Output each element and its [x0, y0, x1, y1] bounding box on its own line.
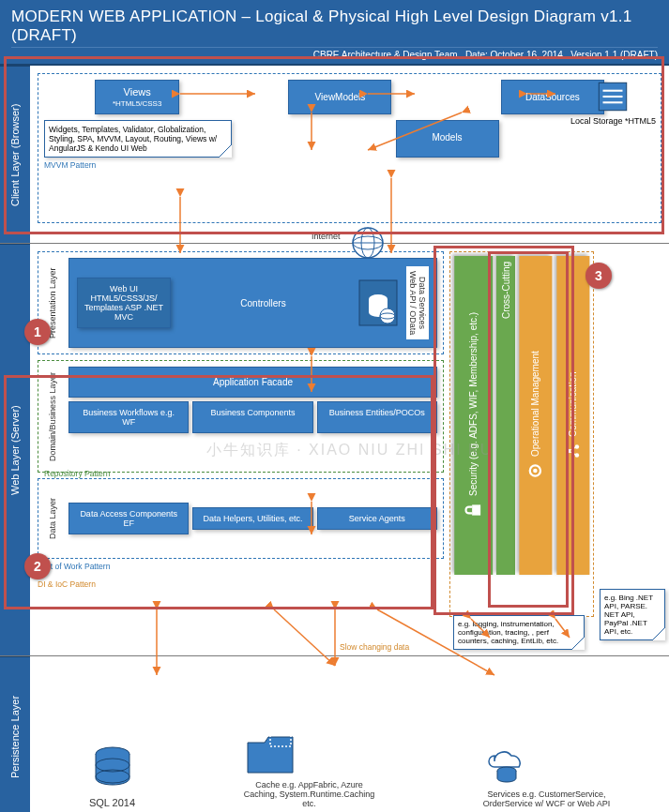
- facade-box: Application Facade: [68, 367, 437, 398]
- svg-rect-14: [473, 504, 481, 515]
- dac-box: Data Access Components EF: [68, 503, 189, 534]
- cc-title: Cross-Cutting: [496, 256, 515, 575]
- diagram-title: MODERN WEB APPLICATION – Logical & Physi…: [11, 8, 658, 45]
- cache-node: Cache e.g. AppFabric, Azure Caching, Sys…: [244, 729, 375, 808]
- presentation-layer: Presentation Layer Web UI HTML5/CSS3/JS/…: [38, 251, 444, 354]
- cloud-db-icon: [481, 739, 532, 786]
- svg-point-16: [534, 469, 539, 474]
- badge-1: 1: [24, 319, 51, 345]
- viewmodels-box: ViewModels: [288, 80, 391, 114]
- views-box: Views*HTML5/CSS3: [95, 80, 179, 114]
- op-note: e.g. logging, instrumentation, configura…: [453, 615, 585, 650]
- client-layer-tab: Client Layer (Browser): [0, 66, 30, 243]
- repo-pattern-label: Repository Pattern: [44, 469, 437, 478]
- storage-icon: [593, 77, 632, 116]
- cc-operational: Operational Management: [519, 256, 552, 575]
- lock-icon: [465, 502, 482, 519]
- agents-box: Service Agents: [317, 507, 437, 530]
- mvvm-pattern-label: MVVM Pattern: [44, 160, 655, 170]
- dataservices-label: Data Services Web API / OData: [406, 266, 429, 339]
- web-layer-row: Web Layer (Server) 小牛知识库 · XIAO NIU ZHI …: [0, 244, 669, 656]
- workflows-box: Business Workflows e.g. WF: [68, 401, 189, 433]
- local-storage: Local Storage *HTML5: [570, 77, 656, 126]
- badge-3: 3: [585, 263, 612, 289]
- database-icon: [87, 743, 138, 793]
- domain-layer: Domain/Business Layer Application Facade…: [38, 360, 444, 473]
- network-icon: [564, 443, 581, 459]
- cross-cutting: Security (e.g. ADFS, WIF, Membership, et…: [449, 251, 594, 617]
- helpers-box: Data Helpers, Utilities, etc.: [192, 507, 312, 530]
- client-layer-row: Client Layer (Browser) Views*HTML5/CSS3 …: [0, 66, 669, 244]
- persistence-layer-row: Persistence Layer SQL 2014 Cache e.g. Ap…: [0, 656, 669, 812]
- slow-data-label: Slow changing data: [340, 642, 409, 652]
- client-note: Widgets, Templates, Validator, Globaliza…: [44, 120, 232, 158]
- internet-label: Internet: [312, 232, 341, 241]
- globe-icon: [351, 226, 385, 260]
- diagram-header: MODERN WEB APPLICATION – Logical & Physi…: [0, 0, 669, 66]
- badge-2: 2: [24, 553, 51, 579]
- web-layer-tab: Web Layer (Server): [0, 244, 30, 655]
- cc-communication: Communication: [556, 256, 589, 575]
- gear-icon: [527, 462, 544, 479]
- entities-box: Business Entities/POCOs: [317, 401, 437, 433]
- persistence-layer-tab: Persistence Layer: [0, 656, 30, 812]
- controllers-label: Controllers: [176, 298, 350, 308]
- data-layer: Data Layer Data Access Components EF Dat…: [38, 478, 444, 559]
- server-db-icon: [356, 277, 401, 329]
- diagram-subtitle: CBRE Architecture & Design Team Date: Oc…: [11, 47, 658, 60]
- cc-security: Security (e.g. ADFS, WIF, Membership, et…: [454, 256, 493, 575]
- sql-node: SQL 2014: [87, 743, 138, 808]
- svg-point-12: [380, 308, 395, 323]
- services-node: Services e.g. CustomerService, OrderServ…: [481, 739, 613, 808]
- components-box: Business Components: [192, 401, 312, 433]
- folder-icon: [244, 729, 296, 776]
- webui-box: Web UI HTML5/CSS3/JS/ Templates ASP .NET…: [77, 278, 171, 328]
- models-box: Models: [396, 120, 499, 158]
- di-pattern-label: DI & IoC Pattern: [38, 579, 444, 589]
- comm-note: e.g. Bing .NET API, PARSE. NET API, PayP…: [600, 589, 665, 640]
- diagram-body: Client Layer (Browser) Views*HTML5/CSS3 …: [0, 66, 669, 812]
